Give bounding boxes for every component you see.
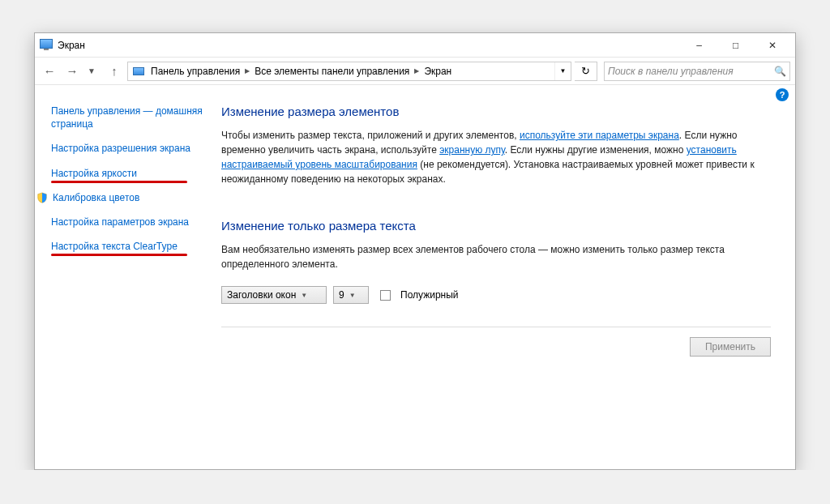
bold-checkbox[interactable] — [380, 290, 391, 301]
font-size-value: 9 — [339, 289, 344, 301]
sidebar-color-calibration-link[interactable]: Калибровка цветов — [53, 191, 207, 204]
sidebar-resolution-link[interactable]: Настройка разрешения экрана — [51, 142, 207, 155]
control-panel-window: Экран – □ ✕ ← → ▼ ↑ Панель управления ▶ … — [34, 32, 796, 470]
bold-checkbox-label: Полужирный — [400, 289, 459, 301]
nav-back-button[interactable]: ← — [40, 62, 59, 81]
nav-forward-button[interactable]: → — [62, 62, 82, 81]
shield-icon — [36, 192, 48, 203]
sidebar-screen-params-link[interactable]: Настройка параметров экрана — [51, 216, 207, 229]
breadcrumb-item[interactable]: Экран — [421, 62, 455, 80]
chevron-down-icon: ▼ — [301, 292, 307, 299]
search-icon[interactable]: 🔍 — [774, 66, 786, 77]
heading-resize-elements: Изменение размера элементов — [221, 105, 771, 118]
nav-history-dropdown[interactable]: ▼ — [82, 62, 101, 81]
main-content: Изменение размера элементов Чтобы измени… — [213, 85, 795, 469]
chevron-down-icon: ▼ — [349, 292, 356, 299]
window-title: Экран — [58, 40, 85, 51]
close-button[interactable]: ✕ — [754, 33, 790, 57]
link-magnifier[interactable]: экранную лупу — [439, 144, 505, 156]
breadcrumb-item[interactable]: Панель управления — [148, 62, 243, 80]
help-button[interactable]: ? — [776, 88, 789, 101]
chevron-right-icon: ▶ — [243, 67, 251, 75]
link-display-settings[interactable]: используйте эти параметры экрана — [520, 130, 679, 141]
search-input[interactable] — [608, 66, 771, 77]
minimize-button[interactable]: – — [681, 33, 717, 57]
chevron-right-icon: ▶ — [413, 67, 421, 75]
breadcrumb-item[interactable]: Все элементы панели управления — [251, 62, 413, 80]
titlebar: Экран – □ ✕ — [35, 33, 795, 58]
address-bar[interactable]: Панель управления ▶ Все элементы панели … — [127, 62, 571, 81]
refresh-button[interactable]: ↻ — [575, 62, 597, 81]
address-dropdown[interactable]: ▼ — [554, 62, 571, 80]
element-select-value: Заголовки окон — [227, 289, 296, 301]
address-icon — [133, 67, 144, 75]
search-box[interactable]: 🔍 — [604, 62, 790, 81]
divider — [221, 327, 771, 327]
sidebar: Панель управления — домашняя страница На… — [35, 85, 213, 469]
apply-button[interactable]: Применить — [690, 337, 771, 357]
paragraph-resize: Чтобы изменить размер текста, приложений… — [221, 128, 771, 186]
element-select[interactable]: Заголовки окон ▼ — [221, 286, 327, 304]
sidebar-brightness-link[interactable]: Настройка яркости — [51, 167, 207, 180]
heading-text-size: Изменение только размера текста — [221, 219, 771, 233]
sidebar-home-link[interactable]: Панель управления — домашняя страница — [51, 105, 207, 130]
font-size-select[interactable]: 9 ▼ — [333, 286, 369, 304]
paragraph-text-size: Вам необязательно изменять размер всех э… — [221, 242, 771, 271]
navigation-bar: ← → ▼ ↑ Панель управления ▶ Все элементы… — [35, 58, 795, 85]
maximize-button[interactable]: □ — [717, 33, 754, 57]
window-body: ? Панель управления — домашняя страница … — [35, 85, 795, 469]
text-size-controls: Заголовки окон ▼ 9 ▼ Полужирный — [221, 286, 771, 304]
nav-up-button[interactable]: ↑ — [105, 62, 124, 81]
sidebar-cleartype-link[interactable]: Настройка текста ClearType — [51, 240, 207, 253]
window-icon — [40, 39, 53, 52]
